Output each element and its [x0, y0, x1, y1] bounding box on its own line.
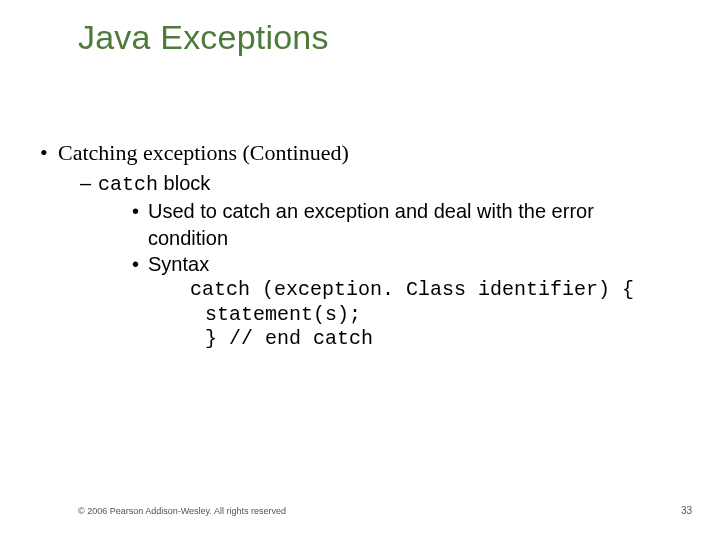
bullet-level1: •Catching exceptions (Continued)	[40, 140, 700, 167]
bullet-l2-rest: block	[158, 172, 210, 194]
bullet-dot: •	[40, 140, 58, 167]
footer-copyright: © 2006 Pearson Addison-Wesley. All right…	[78, 506, 286, 516]
bullet-l3a-cont-text: condition	[148, 227, 228, 249]
code-line-1: catch (exception. Class identifier) {	[190, 278, 700, 302]
slide: Java Exceptions •Catching exceptions (Co…	[0, 0, 720, 540]
bullet-l1-text: Catching exceptions (Continued)	[58, 140, 349, 165]
bullet-level2: –catch block	[80, 171, 700, 197]
bullet-l3a-text: Used to catch an exception and deal with…	[148, 200, 594, 222]
code-line-3: } // end catch	[205, 327, 700, 351]
footer-page-number: 33	[681, 505, 692, 516]
bullet-level3-b: •Syntax	[132, 252, 700, 276]
bullet-dash: –	[80, 171, 98, 195]
bullet-level3-a: •Used to catch an exception and deal wit…	[132, 199, 700, 223]
slide-body: •Catching exceptions (Continued) –catch …	[40, 140, 700, 352]
bullet-l2-code: catch	[98, 173, 158, 196]
bullet-dot-small: •	[132, 252, 148, 276]
bullet-l3b-text: Syntax	[148, 253, 209, 275]
slide-title: Java Exceptions	[78, 18, 329, 57]
bullet-level3-a-cont: condition	[148, 226, 700, 250]
bullet-dot-small: •	[132, 199, 148, 223]
code-line-2: statement(s);	[205, 303, 700, 327]
